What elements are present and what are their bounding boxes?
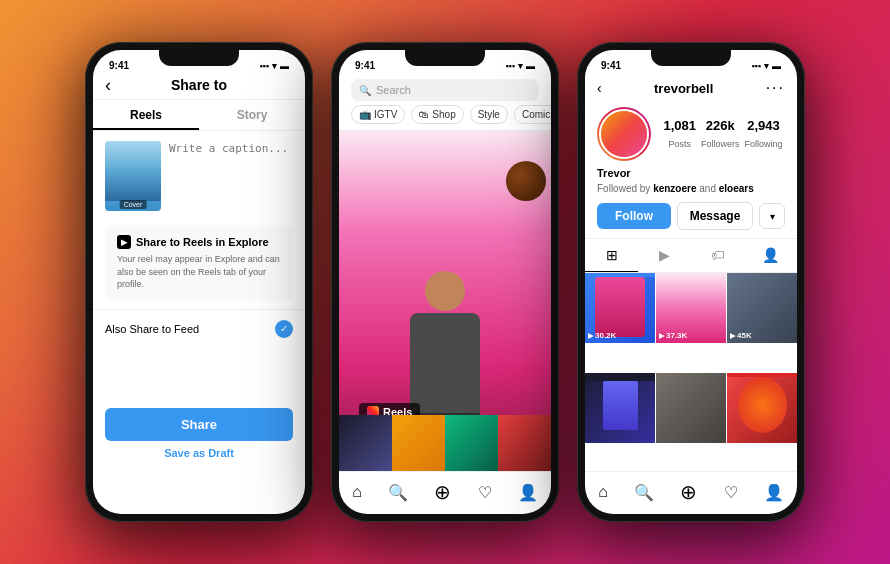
filter-comics[interactable]: Comics [514,105,551,124]
nav-search-2[interactable]: 🔍 [388,483,408,502]
posts-label: Posts [669,139,692,149]
search-icon: 🔍 [359,85,371,96]
search-bar: 🔍 Search [339,73,551,105]
nav-add-3[interactable]: ⊕ [680,480,697,504]
tab-story[interactable]: Story [199,100,305,130]
followers-label: Followers [701,139,740,149]
main-video: Reels [339,131,551,471]
feed-row: Also Share to Feed ✓ [93,309,305,348]
back-button[interactable]: ‹ [105,75,111,96]
share-title: Share to [171,77,227,93]
nav-heart-3[interactable]: ♡ [724,483,738,502]
content-area: Cover [93,131,305,221]
feed-checkbox[interactable]: ✓ [275,320,293,338]
grid-item-1[interactable]: ▶ 30.2K [585,273,655,343]
view-count-3: ▶ 45K [730,331,752,340]
status-icons-1: ▪▪▪ ▾ ▬ [259,61,289,71]
save-draft-button[interactable]: Save as Draft [93,447,305,463]
profile-icon-tabs: ⊞ ▶ 🏷 👤 [585,238,797,273]
nav-home-3[interactable]: ⌂ [598,483,608,501]
follow-button[interactable]: Follow [597,203,671,229]
view-count-1: ▶ 30.2K [588,331,616,340]
share-tabs: Reels Story [93,100,305,131]
profile-stats: 1,081 Posts 226k Followers 2,943 Followi… [661,118,785,151]
grid-item-6[interactable] [727,373,797,443]
tab-reels[interactable]: Reels [93,100,199,130]
nav-add-2[interactable]: ⊕ [434,480,451,504]
search-input-wrap[interactable]: 🔍 Search [351,79,539,101]
time-2: 9:41 [355,60,375,71]
followers-count: 226k [701,118,740,133]
filter-shop[interactable]: 🛍Shop [411,105,463,124]
explore-title: ▶ Share to Reels in Explore [117,235,281,249]
cover-thumbnail[interactable]: Cover [105,141,161,211]
bottom-nav-3: ⌂ 🔍 ⊕ ♡ 👤 [585,471,797,514]
battery-icon-3: ▬ [772,61,781,71]
nav-search-3[interactable]: 🔍 [634,483,654,502]
filter-style[interactable]: Style [470,105,508,124]
nav-heart-2[interactable]: ♡ [478,483,492,502]
profile-info: 1,081 Posts 226k Followers 2,943 Followi… [585,101,797,167]
reels-explore-icon: ▶ [117,235,131,249]
posts-count: 1,081 [663,118,696,133]
grid-item-4[interactable] [585,373,655,443]
wifi-icon-2: ▾ [518,61,523,71]
reels-tab[interactable]: ▶ [638,239,691,272]
igtv-profile-tab[interactable]: 👤 [744,239,797,272]
share-button[interactable]: Share [105,408,293,441]
figure-head [425,271,465,311]
profile-back-button[interactable]: ‹ [597,80,602,96]
bio-name: Trevor [585,167,797,183]
explore-title-text: Share to Reels in Explore [136,236,269,248]
explore-section: ▶ Share to Reels in Explore Your reel ma… [105,225,293,301]
thumb-3 [445,415,498,471]
following-label: Following [744,139,782,149]
phone-2: 9:41 ▪▪▪ ▾ ▬ 🔍 Search 📺IGTV 🛍Shop Style … [331,42,559,522]
dropdown-button[interactable]: ▾ [759,203,785,229]
following-count: 2,943 [744,118,782,133]
time-3: 9:41 [601,60,621,71]
caption-input[interactable] [169,141,293,211]
phone-1: 9:41 ▪▪▪ ▾ ▬ ‹ Share to Reels Story Cove… [85,42,313,522]
message-button[interactable]: Message [677,202,753,230]
avatar [597,107,651,161]
nav-profile-2[interactable]: 👤 [518,483,538,502]
nav-home-2[interactable]: ⌂ [352,483,362,501]
cover-label: Cover [120,200,147,209]
play-icon-2: ▶ [659,332,664,340]
more-options-button[interactable]: ··· [766,79,785,97]
thumbnail-row [339,415,551,471]
notch-1 [159,50,239,66]
follower-2: eloears [719,183,754,194]
follower-1: kenzoere [653,183,696,194]
time-1: 9:41 [109,60,129,71]
grid-item-2[interactable]: ▶ 37.3K [656,273,726,343]
followers-stat: 226k Followers [701,118,740,151]
play-icon-3: ▶ [730,332,735,340]
play-icon-1: ▶ [588,332,593,340]
battery-icon-2: ▬ [526,61,535,71]
feed-label: Also Share to Feed [105,323,199,335]
bottom-nav-2: ⌂ 🔍 ⊕ ♡ 👤 [339,471,551,514]
filter-igtv[interactable]: 📺IGTV [351,105,405,124]
notch-3 [651,50,731,66]
status-icons-2: ▪▪▪ ▾ ▬ [505,61,535,71]
phone-3: 9:41 ▪▪▪ ▾ ▬ ‹ trevorbell ··· 1,081 Post… [577,42,805,522]
grid-item-5[interactable] [656,373,726,443]
nav-profile-3[interactable]: 👤 [764,483,784,502]
posts-stat: 1,081 Posts [663,118,696,151]
wifi-icon-3: ▾ [764,61,769,71]
cover-image [105,141,161,201]
tagged-tab[interactable]: 🏷 [691,239,744,272]
battery-icon: ▬ [280,61,289,71]
thumb-1 [339,415,392,471]
notch-2 [405,50,485,66]
thumb-2 [392,415,445,471]
action-buttons: Follow Message ▾ [585,202,797,238]
grid-item-3[interactable]: ▶ 45K [727,273,797,343]
figure-body [410,313,480,413]
grid-tab[interactable]: ⊞ [585,239,638,272]
share-header: ‹ Share to [93,73,305,100]
thumb-4 [498,415,551,471]
profile-username: trevorbell [654,81,713,96]
